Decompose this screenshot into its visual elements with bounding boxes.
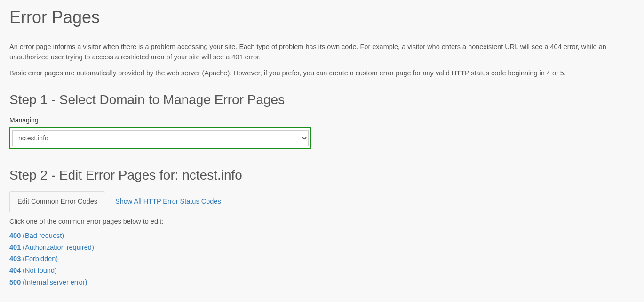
error-link-401[interactable]: 401 (Authorization required) <box>9 244 94 251</box>
error-desc: (Not found) <box>23 267 57 274</box>
managing-label: Managing <box>9 115 635 125</box>
domain-select-highlight: nctest.info <box>9 127 311 149</box>
error-desc: (Forbidden) <box>23 255 58 262</box>
tab-all-error-codes[interactable]: Show All HTTP Error Status Codes <box>107 191 229 212</box>
error-code: 400 <box>9 232 21 239</box>
error-code: 401 <box>9 244 21 251</box>
step2-heading: Step 2 - Edit Error Pages for: nctest.in… <box>9 165 635 185</box>
error-link-403[interactable]: 403 (Forbidden) <box>9 255 58 262</box>
error-link-400[interactable]: 400 (Bad request) <box>9 232 64 239</box>
error-link-404[interactable]: 404 (Not found) <box>9 267 57 274</box>
tab-instruction: Click one of the common error pages belo… <box>9 217 635 227</box>
list-item: 400 (Bad request) <box>9 231 635 241</box>
error-desc: (Internal server error) <box>23 278 87 286</box>
error-code: 500 <box>9 278 21 286</box>
domain-select[interactable]: nctest.info <box>12 130 309 146</box>
error-code: 404 <box>9 267 21 274</box>
error-list: 400 (Bad request) 401 (Authorization req… <box>9 231 635 288</box>
list-item: 500 (Internal server error) <box>9 278 635 288</box>
error-desc: (Bad request) <box>23 232 64 239</box>
list-item: 403 (Forbidden) <box>9 254 635 264</box>
page-title: Error Pages <box>9 5 635 30</box>
intro-paragraph-2: Basic error pages are automatically prov… <box>9 68 635 79</box>
tabs-container: Edit Common Error Codes Show All HTTP Er… <box>9 191 635 212</box>
step1-heading: Step 1 - Select Domain to Manage Error P… <box>9 90 635 110</box>
error-desc: (Authorization required) <box>23 244 94 251</box>
list-item: 404 (Not found) <box>9 266 635 276</box>
intro-paragraph-1: An error page informs a visitor when the… <box>9 42 635 63</box>
list-item: 401 (Authorization required) <box>9 243 635 253</box>
tab-common-error-codes[interactable]: Edit Common Error Codes <box>9 191 105 212</box>
error-link-500[interactable]: 500 (Internal server error) <box>9 278 87 286</box>
error-code: 403 <box>9 255 21 262</box>
